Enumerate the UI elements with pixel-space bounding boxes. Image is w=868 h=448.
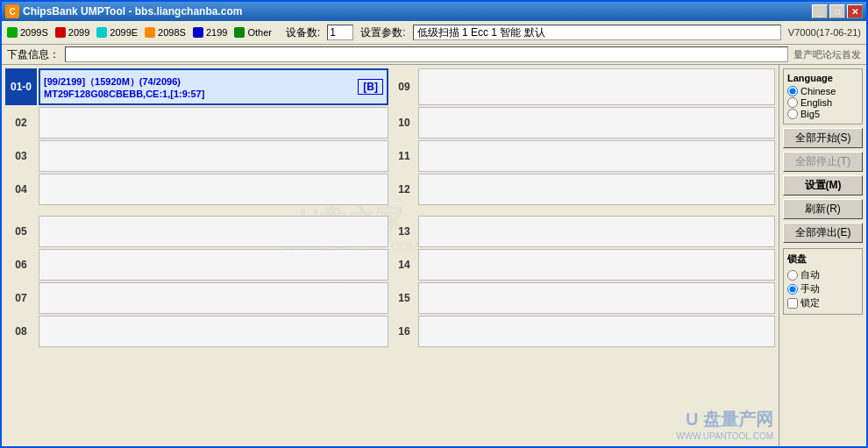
legend-dot-2099s xyxy=(7,27,18,38)
main-content: U盘之家 WWW.UPANTOOL.COM 01-0 xyxy=(2,65,866,446)
lock-auto-item: 自动 xyxy=(787,268,858,281)
lock-manual-item: 手动 xyxy=(787,282,858,295)
slot-13-num: 13 xyxy=(392,225,416,238)
stop-all-button[interactable]: 全部停止(T) xyxy=(783,152,863,172)
slot-16-body[interactable] xyxy=(418,316,775,347)
slot-08-num: 08 xyxy=(5,325,37,338)
slot-01-content: [99/2199]（15920M）(74/2096) MT29F128G08CB… xyxy=(44,75,358,99)
slot-15-body[interactable] xyxy=(418,282,775,314)
legend-label-2099s: 2099S xyxy=(20,27,48,38)
lock-manual-radio[interactable] xyxy=(787,284,798,295)
slot-14-num: 14 xyxy=(392,259,416,271)
bottom-logo: U 盘量产网 WWW.UPANTOOL.COM xyxy=(676,408,773,441)
slot-09-body[interactable] xyxy=(418,68,775,105)
legend-dot-2099 xyxy=(55,27,66,38)
slot-08-body[interactable] xyxy=(39,316,388,347)
lock-manual-label: 手动 xyxy=(800,282,820,295)
close-button[interactable]: ✕ xyxy=(847,4,863,18)
slot-11-body[interactable] xyxy=(418,140,775,172)
legend-dot-other xyxy=(234,27,245,38)
settings-button[interactable]: 设置(M) xyxy=(783,175,863,196)
legend-label-2099: 2099 xyxy=(68,27,89,38)
slot-02-num: 02 xyxy=(5,117,37,129)
minimize-button[interactable]: _ xyxy=(812,4,828,18)
slot-01-body[interactable]: [99/2199]（15920M）(74/2096) MT29F128G08CB… xyxy=(39,68,388,105)
slot-13-body[interactable] xyxy=(418,216,775,247)
slot-11-row: 11 xyxy=(392,140,775,172)
legend-other: Other xyxy=(234,27,272,38)
right-panel: Language Chinese English Big5 全部开始(S) 全部… xyxy=(779,65,866,446)
slot-10-body[interactable] xyxy=(418,107,775,139)
window-controls: _ □ ✕ xyxy=(812,4,863,18)
lock-checkbox-item: 锁定 xyxy=(787,296,858,309)
slot-07-num: 07 xyxy=(5,292,37,304)
language-big5-label: Big5 xyxy=(800,109,820,119)
slot-07-body[interactable] xyxy=(39,282,388,314)
slot-16-num: 16 xyxy=(392,325,416,338)
slot-11-num: 11 xyxy=(392,150,416,162)
right-bottom-col: 13 14 15 16 xyxy=(392,216,775,347)
maximize-button[interactable]: □ xyxy=(829,4,845,18)
refresh-button[interactable]: 刷新(R) xyxy=(783,199,863,219)
slot-05-row: 05 xyxy=(5,216,388,247)
eject-all-button[interactable]: 全部弹出(E) xyxy=(783,223,863,243)
lock-auto-radio[interactable] xyxy=(787,270,798,281)
slot-02-row: 02 xyxy=(5,107,388,139)
slot-04-body[interactable] xyxy=(39,174,388,205)
slot-03-num: 03 xyxy=(5,150,37,162)
slot-07-row: 07 xyxy=(5,282,388,314)
info-row: 下盘信息： 量产吧论坛首发 xyxy=(2,45,866,65)
bottom-url: WWW.UPANTOOL.COM xyxy=(676,431,773,441)
slot-01-badge: [B] xyxy=(358,79,383,95)
slot-02-body[interactable] xyxy=(39,107,388,139)
device-count-input[interactable] xyxy=(327,25,353,40)
legend-2099e: 2099E xyxy=(96,27,138,38)
slot-01-row: 01-0 [99/2199]（15920M）(74/2096) MT29F128… xyxy=(5,68,388,105)
slot-05-num: 05 xyxy=(5,225,37,238)
slot-09-row: 09 xyxy=(392,68,775,105)
slot-12-body[interactable] xyxy=(418,174,775,205)
top-slots-section: 01-0 [99/2199]（15920M）(74/2096) MT29F128… xyxy=(5,68,775,205)
forum-label: 量产吧论坛首发 xyxy=(793,48,861,61)
legend-2098s: 2098S xyxy=(145,27,186,38)
lock-group: 锁盘 自动 手动 锁定 xyxy=(783,248,863,315)
slot-06-body[interactable] xyxy=(39,249,388,281)
slot-14-body[interactable] xyxy=(418,249,775,281)
legend-2199: 2199 xyxy=(193,27,227,38)
slot-01-line2: MT29F128G08CBEBB,CE:1,[1:9:57] xyxy=(44,89,358,99)
slot-05-body[interactable] xyxy=(39,216,388,247)
slot-15-num: 15 xyxy=(392,292,416,304)
slot-06-num: 06 xyxy=(5,259,37,271)
slot-03-body[interactable] xyxy=(39,140,388,172)
settings-label: 设置参数: xyxy=(360,25,405,40)
legend-label-2199: 2199 xyxy=(206,27,227,38)
language-chinese-item: Chinese xyxy=(787,86,858,96)
settings-text: 低级扫描 1 Ecc 1 智能 默认 xyxy=(417,25,545,40)
slot-01-num: 01-0 xyxy=(5,68,37,105)
legend-label-2099e: 2099E xyxy=(110,27,138,38)
lock-checkbox[interactable] xyxy=(787,298,798,309)
language-big5-radio[interactable] xyxy=(787,109,798,119)
slot-09-num: 09 xyxy=(392,81,416,93)
bottom-slots-section: 05 06 07 08 xyxy=(5,216,775,347)
window-title: ChipsBank UMPTool - bbs.liangchanba.com xyxy=(23,5,242,18)
legend-dot-2098s xyxy=(145,27,155,38)
slot-12-num: 12 xyxy=(392,183,416,196)
slot-13-row: 13 xyxy=(392,216,775,247)
info-input[interactable] xyxy=(65,46,788,62)
language-english-item: English xyxy=(787,97,858,108)
language-chinese-radio[interactable] xyxy=(787,86,798,96)
language-title: Language xyxy=(787,73,858,83)
slot-01-line1: [99/2199]（15920M）(74/2096) xyxy=(44,75,358,89)
right-top-col: 09 10 11 12 xyxy=(392,68,775,205)
slot-14-row: 14 xyxy=(392,249,775,281)
legend-dot-2099e xyxy=(96,27,107,38)
left-bottom-col: 05 06 07 08 xyxy=(5,216,388,347)
slot-06-row: 06 xyxy=(5,249,388,281)
language-english-radio[interactable] xyxy=(787,97,798,108)
lock-auto-label: 自动 xyxy=(800,268,820,281)
info-label: 下盘信息： xyxy=(7,47,60,62)
slot-04-row: 04 xyxy=(5,174,388,205)
legend-label-2098s: 2098S xyxy=(158,27,186,38)
start-all-button[interactable]: 全部开始(S) xyxy=(783,128,863,148)
